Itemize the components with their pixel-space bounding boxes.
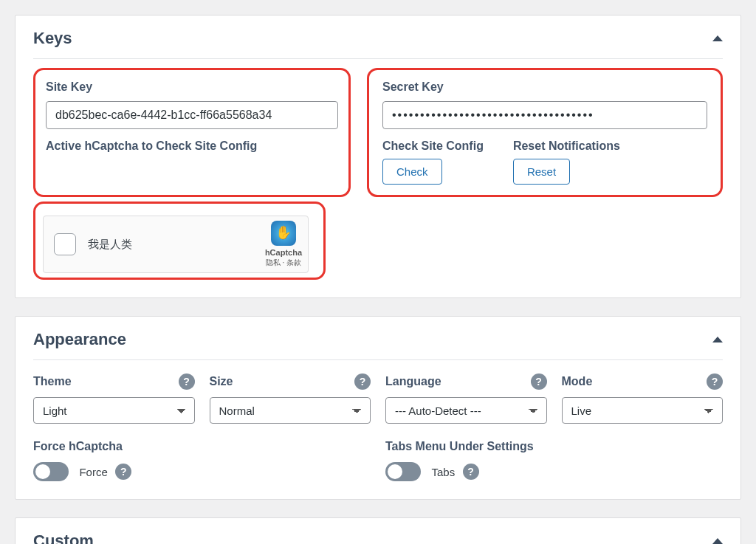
tabs-menu-field: Tabs Menu Under Settings Tabs ? [385, 440, 723, 481]
force-toggle-label: Force [79, 466, 107, 478]
panel-custom: Custom [15, 517, 741, 544]
panel-body-appearance: Theme ? Light Size ? Normal Language [16, 360, 740, 499]
site-key-label: Site Key [46, 80, 338, 94]
chevron-up-icon[interactable] [712, 538, 723, 544]
help-icon[interactable]: ? [354, 373, 371, 390]
force-hcaptcha-field: Force hCaptcha Force ? [33, 440, 371, 481]
hcaptcha-checkbox[interactable] [54, 233, 76, 255]
hcaptcha-widget[interactable]: 我是人类 ✋ hCaptcha 隐私 · 条款 [43, 216, 309, 273]
force-toggle[interactable] [33, 462, 69, 481]
hcaptcha-privacy-link[interactable]: 隐私 [266, 258, 281, 266]
check-site-config-label: Check Site Config [382, 140, 484, 153]
size-label: Size [210, 375, 233, 388]
panel-header-keys[interactable]: Keys [16, 16, 740, 54]
hcaptcha-brand: ✋ hCaptcha 隐私 · 条款 [265, 221, 302, 267]
site-key-group: Site Key Active hCaptcha to Check Site C… [33, 68, 351, 197]
mode-field: Mode ? Live [562, 373, 724, 424]
theme-label: Theme [33, 375, 72, 388]
theme-field: Theme ? Light [33, 373, 195, 424]
secret-key-group: Secret Key Check Site Config Check Reset… [367, 68, 723, 197]
hcaptcha-logo-icon: ✋ [271, 221, 296, 246]
reset-button[interactable]: Reset [513, 159, 570, 185]
theme-select[interactable]: Light [33, 397, 195, 424]
panel-header-appearance[interactable]: Appearance [16, 317, 740, 355]
size-select[interactable]: Normal [210, 397, 371, 424]
hcaptcha-brand-label: hCaptcha [265, 247, 302, 258]
mode-select[interactable]: Live [562, 397, 724, 424]
language-field: Language ? --- Auto-Detect --- [385, 373, 547, 424]
panel-title-custom: Custom [33, 531, 94, 544]
panel-header-custom[interactable]: Custom [16, 518, 740, 544]
panel-body-keys: Site Key Active hCaptcha to Check Site C… [16, 59, 740, 297]
secret-key-label: Secret Key [382, 80, 707, 94]
hcaptcha-terms-link[interactable]: 条款 [286, 258, 301, 266]
hcaptcha-widget-highlight: 我是人类 ✋ hCaptcha 隐私 · 条款 [33, 202, 326, 280]
force-hcaptcha-label: Force hCaptcha [33, 440, 371, 453]
help-icon[interactable]: ? [179, 373, 195, 390]
help-icon[interactable]: ? [531, 373, 547, 390]
panel-title-keys: Keys [33, 29, 72, 48]
check-button[interactable]: Check [382, 159, 442, 185]
tabs-menu-label: Tabs Menu Under Settings [385, 440, 723, 453]
language-select[interactable]: --- Auto-Detect --- [385, 397, 547, 424]
chevron-up-icon[interactable] [712, 35, 723, 41]
hcaptcha-text: 我是人类 [88, 238, 132, 252]
help-icon[interactable]: ? [463, 464, 479, 480]
mode-label: Mode [562, 375, 593, 388]
panel-title-appearance: Appearance [33, 330, 126, 349]
size-field: Size ? Normal [210, 373, 371, 424]
secret-key-input[interactable] [382, 101, 707, 129]
tabs-toggle-label: Tabs [431, 466, 455, 478]
active-hcaptcha-label: Active hCaptcha to Check Site Config [46, 140, 338, 153]
help-icon[interactable]: ? [115, 464, 131, 480]
hcaptcha-links: 隐私 · 条款 [265, 258, 302, 267]
tabs-toggle[interactable] [385, 462, 421, 481]
help-icon[interactable]: ? [707, 373, 723, 390]
chevron-up-icon[interactable] [712, 337, 723, 342]
panel-appearance: Appearance Theme ? Light Size ? Norma [15, 316, 741, 500]
reset-notifications-label: Reset Notifications [513, 140, 620, 153]
site-key-input[interactable] [46, 101, 338, 129]
panel-keys: Keys Site Key Active hCaptcha to Check S… [15, 15, 741, 298]
language-label: Language [385, 375, 441, 388]
